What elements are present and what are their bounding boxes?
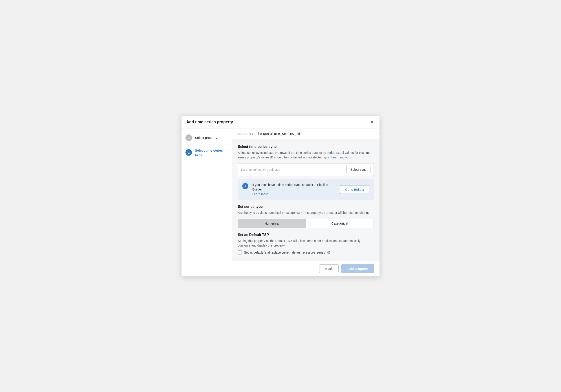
- default-tsp-checkbox[interactable]: [238, 250, 242, 254]
- default-tsp-checkbox-label[interactable]: Set as default (and replace current defa…: [244, 251, 330, 254]
- series-type-desc: Are the sync's values numerical or categ…: [238, 210, 374, 215]
- close-button[interactable]: ×: [369, 119, 375, 125]
- numerical-toggle-button[interactable]: Numerical: [238, 219, 306, 228]
- add-property-button[interactable]: Add property: [341, 264, 374, 273]
- add-time-series-modal: Add time series property × 1 Select prop…: [182, 116, 379, 276]
- step-1-label: Select property: [195, 135, 217, 140]
- select-sync-title: Select time series sync: [238, 145, 374, 149]
- default-tsp-title: Set as Default TSP: [238, 233, 374, 237]
- step-2-item[interactable]: 2 Select time series sync: [182, 145, 232, 160]
- step-1-circle: 1: [185, 134, 192, 141]
- sync-selector-box: No time series sync selected Select sync: [238, 163, 374, 176]
- info-icon: i: [242, 183, 248, 189]
- info-learn-more-link[interactable]: Learn more.: [252, 192, 269, 196]
- series-type-title: Set series type: [238, 205, 374, 209]
- default-tsp-desc: Setting this property as the Default TSP…: [238, 239, 374, 248]
- property-label: PROPERTY :: [237, 133, 256, 135]
- back-button[interactable]: Back: [319, 264, 338, 273]
- step-1-item[interactable]: 1 Select property: [182, 131, 232, 145]
- categorical-toggle-button[interactable]: Categorical: [306, 219, 374, 228]
- select-sync-learn-more-link[interactable]: Learn more.: [331, 155, 348, 159]
- info-text: If you don't have a time series sync, cr…: [252, 183, 336, 196]
- sync-placeholder: No time series sync selected: [241, 168, 280, 171]
- default-tsp-section: Set as Default TSP Setting this property…: [238, 233, 374, 254]
- series-type-toggle: Numerical Categorical: [238, 219, 374, 228]
- info-box: i If you don't have a time series sync, …: [238, 179, 374, 200]
- select-sync-desc-text: A time series sync indexes the rows of t…: [238, 151, 370, 159]
- main-content: PROPERTY : temperature_series_id Select …: [232, 129, 379, 276]
- modal-body: 1 Select property 2 Select time series s…: [182, 129, 379, 276]
- default-checkbox-row: Set as default (and replace current defa…: [238, 250, 374, 254]
- select-sync-desc: A time series sync indexes the rows of t…: [238, 151, 374, 160]
- sidebar: 1 Select property 2 Select time series s…: [182, 129, 232, 276]
- modal-header: Add time series property ×: [182, 116, 379, 129]
- modal-footer: Back Add property: [232, 261, 379, 276]
- step-2-circle: 2: [185, 149, 192, 156]
- content-area: Select time series sync A time series sy…: [232, 139, 379, 261]
- info-text-main: If you don't have a time series sync, cr…: [252, 183, 328, 191]
- step-2-label: Select time series sync: [195, 148, 228, 157]
- property-value: temperature_series_id: [258, 132, 300, 136]
- go-to-builder-button[interactable]: Go to Builder: [340, 185, 369, 194]
- property-bar: PROPERTY : temperature_series_id: [232, 129, 379, 139]
- modal-title: Add time series property: [186, 120, 233, 124]
- select-sync-button[interactable]: Select sync: [346, 166, 370, 173]
